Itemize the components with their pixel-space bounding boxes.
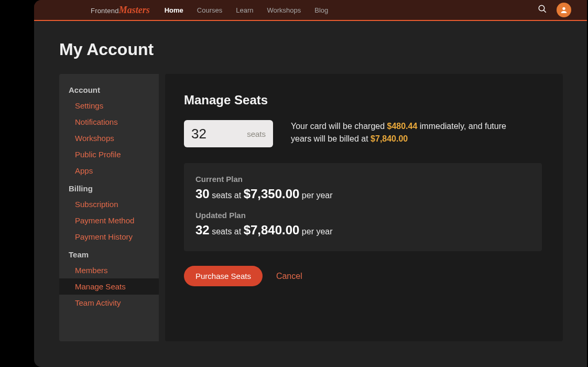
updated-plan-label: Updated Plan [195,211,530,220]
brand-logo[interactable]: Frontend Masters [91,5,150,16]
account-sidebar: Account Settings Notifications Workshops… [59,74,159,341]
charge-immediate-amount: $480.44 [387,122,418,131]
charge-text: Your card will be charged $480.44 immedi… [291,120,511,145]
sidebar-item-settings[interactable]: Settings [59,98,159,114]
nav-learn[interactable]: Learn [236,6,253,14]
current-plan-line: 30 seats at $7,350.00 per year [195,187,530,201]
updated-plan-seats: 32 [195,223,210,237]
cancel-button[interactable]: Cancel [276,272,302,281]
current-plan-label: Current Plan [195,175,530,183]
current-plan-conj: seats at [210,191,244,200]
plan-box: Current Plan 30 seats at $7,350.00 per y… [184,163,542,251]
updated-plan-period: per year [299,227,332,236]
app-window: Frontend Masters Home Courses Learn Work… [34,0,587,367]
seat-row: seats Your card will be charged $480.44 … [184,120,542,147]
avatar[interactable] [557,3,571,17]
nav-home[interactable]: Home [165,6,183,14]
topbar-right [538,3,571,17]
manage-seats-heading: Manage Seats [184,93,542,107]
sidebar-item-notifications[interactable]: Notifications [59,114,159,130]
svg-line-1 [543,10,546,13]
search-icon[interactable] [538,4,547,16]
nav-courses[interactable]: Courses [197,6,222,14]
sidebar-section-billing: Billing [59,179,159,196]
main-nav: Home Courses Learn Workshops Blog [165,6,329,14]
brand-part1: Frontend [91,7,119,15]
main-panel: Manage Seats seats Your card will be cha… [165,74,563,341]
current-plan-price: $7,350.00 [244,187,300,201]
sidebar-item-manage-seats[interactable]: Manage Seats [59,278,159,295]
topbar: Frontend Masters Home Courses Learn Work… [34,0,587,21]
sidebar-section-account: Account [59,80,159,98]
brand-part2: Masters [119,5,150,16]
sidebar-section-team: Team [59,245,159,262]
seat-count-input[interactable] [191,126,225,142]
seat-input-wrap: seats [184,120,273,147]
charge-annual-amount: $7,840.00 [371,134,408,143]
page: My Account Account Settings Notification… [34,21,587,341]
sidebar-item-payment-method[interactable]: Payment Method [59,212,159,229]
sidebar-item-members[interactable]: Members [59,262,159,278]
current-plan-seats: 30 [195,187,210,201]
page-title: My Account [59,40,587,59]
charge-prefix: Your card will be charged [291,122,387,131]
updated-plan-price: $7,840.00 [244,223,300,237]
sidebar-item-workshops[interactable]: Workshops [59,130,159,146]
seat-suffix: seats [247,129,266,138]
svg-point-2 [562,7,565,10]
svg-point-0 [539,5,545,11]
content-row: Account Settings Notifications Workshops… [59,74,587,341]
updated-plan-line: 32 seats at $7,840.00 per year [195,223,530,238]
nav-blog[interactable]: Blog [314,6,328,14]
updated-plan-conj: seats at [210,227,244,236]
sidebar-item-apps[interactable]: Apps [59,163,159,179]
sidebar-item-payment-history[interactable]: Payment History [59,229,159,245]
sidebar-item-team-activity[interactable]: Team Activity [59,295,159,311]
purchase-seats-button[interactable]: Purchase Seats [184,266,263,286]
sidebar-item-subscription[interactable]: Subscription [59,196,159,212]
sidebar-item-public-profile[interactable]: Public Profile [59,146,159,163]
nav-workshops[interactable]: Workshops [267,6,301,14]
current-plan-period: per year [299,191,332,200]
action-row: Purchase Seats Cancel [184,266,542,286]
